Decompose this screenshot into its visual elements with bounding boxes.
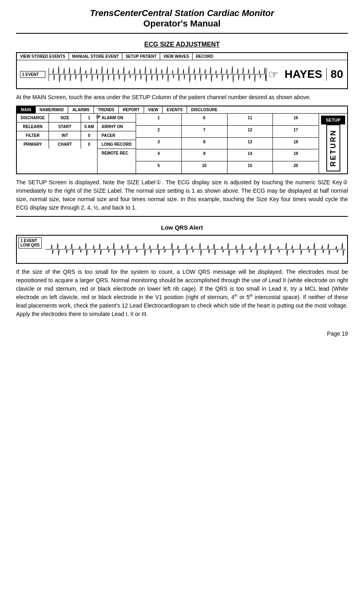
num-6[interactable]: 6 bbox=[182, 114, 228, 126]
num-12[interactable]: 12 bbox=[228, 126, 273, 138]
num-11[interactable]: 11 bbox=[228, 114, 273, 126]
middle-divider bbox=[16, 216, 348, 217]
num-3[interactable]: 3 bbox=[136, 138, 182, 150]
setup-screen-widget: MAIN NAME/RM/ID ALARMS TRENDS REPORT VIE… bbox=[16, 106, 348, 174]
num-16[interactable]: 16 bbox=[273, 114, 319, 126]
hand-pointer-icon: ☞ bbox=[266, 68, 281, 81]
num-1[interactable]: 1 bbox=[136, 114, 182, 126]
event-box: 1 EVENT bbox=[20, 71, 45, 78]
subtitle: Operator's Manual bbox=[16, 18, 348, 29]
nav-alarms[interactable]: ALARMS bbox=[68, 106, 94, 113]
setup-patient-btn[interactable]: SETUP PATIENT bbox=[122, 53, 160, 60]
setup-row-primary: PRIMARY CHART 0 bbox=[17, 140, 97, 149]
nav-view[interactable]: VIEW bbox=[144, 106, 163, 113]
size-label[interactable]: SIZE bbox=[49, 114, 81, 122]
nav-trends[interactable]: TRENDS bbox=[94, 106, 119, 113]
number-grid: 1 6 11 16 2 7 12 17 3 8 13 18 4 9 14 19 … bbox=[136, 114, 319, 173]
start-value[interactable]: 0 AM bbox=[81, 122, 97, 131]
pacer-btn[interactable]: PACER bbox=[98, 131, 136, 140]
primary-label[interactable]: PRIMARY bbox=[17, 140, 49, 149]
return-button[interactable]: RETURN bbox=[326, 124, 340, 171]
num-17[interactable]: 17 bbox=[273, 126, 319, 138]
page-title: TrensCenterCentral Station Cardiac Monit… bbox=[16, 8, 348, 29]
description2: The SETUP Screen is displayed. Note the … bbox=[16, 178, 348, 212]
discharge-label[interactable]: DISCHARGE bbox=[17, 114, 49, 122]
monitor-ecg-area bbox=[49, 60, 266, 88]
num-8[interactable]: 8 bbox=[182, 138, 228, 150]
ecg-size-title: ECG SIZE ADJUSTMENT bbox=[16, 41, 348, 48]
num-2[interactable]: 2 bbox=[136, 126, 182, 138]
arrhy-on-btn[interactable]: ARRHÝ ON bbox=[98, 122, 136, 131]
main-monitor-widget: VIEW STORED EVENTS MANUAL STORE EVENT SE… bbox=[16, 52, 348, 89]
monitor-patient-section: ☞ HAYES bbox=[266, 68, 326, 81]
num-10[interactable]: 10 bbox=[182, 161, 228, 173]
num-7[interactable]: 7 bbox=[182, 126, 228, 138]
nav-disclosure[interactable]: DISCLOSURE bbox=[187, 106, 222, 113]
page-footer: Page 19 bbox=[16, 330, 348, 337]
chart-label[interactable]: CHART bbox=[49, 140, 81, 149]
nav-report[interactable]: REPORT bbox=[119, 106, 144, 113]
ecg-waveform-svg bbox=[49, 60, 266, 88]
alarm-on-btn[interactable]: ALARM ON bbox=[98, 114, 136, 122]
monitor-body: 1 EVENT ☞ HAYES 80 bbox=[17, 60, 347, 88]
low-qrs-status-label: LOW QRS bbox=[20, 243, 40, 247]
num-19[interactable]: 19 bbox=[273, 149, 319, 161]
setup-right-col: SETUP RETURN bbox=[319, 114, 347, 173]
setup-left-col: DISCHARGE SIZE 1 ☞ RELEARN START 0 AM FI… bbox=[17, 114, 98, 173]
int-label[interactable]: INT bbox=[49, 131, 81, 140]
setup-center-col: ALARM ON ARRHÝ ON PACER LONG RECORD REMO… bbox=[98, 114, 136, 173]
low-qrs-label-box: 1 EVENT LOW QRS bbox=[18, 237, 42, 249]
filter-label[interactable]: FILTER bbox=[17, 131, 49, 140]
view-waves-btn[interactable]: VIEW WAVES bbox=[160, 53, 193, 60]
num-9[interactable]: 9 bbox=[182, 149, 228, 161]
setup-row-discharge: DISCHARGE SIZE 1 ☞ bbox=[17, 114, 97, 122]
view-stored-events-btn[interactable]: VIEW STORED EVENTS bbox=[17, 53, 69, 60]
manual-store-event-btn[interactable]: MANUAL STORE EVENT bbox=[69, 53, 122, 60]
monitor-event-section: 1 EVENT bbox=[17, 68, 49, 81]
low-qrs-title: Low QRS Alert bbox=[16, 224, 348, 231]
patient-name: HAYES bbox=[281, 68, 326, 81]
remote-rec-btn[interactable]: REMOTE REC bbox=[98, 149, 136, 157]
chart-value[interactable]: 0 bbox=[81, 140, 97, 149]
setup-row-filter: FILTER INT 0 bbox=[17, 131, 97, 140]
description1: At the MAIN Screen, touch the area under… bbox=[16, 93, 348, 102]
low-qrs-event-label: 1 EVENT bbox=[20, 238, 40, 243]
setup-button[interactable]: SETUP bbox=[321, 116, 345, 124]
low-qrs-ecg-area bbox=[45, 237, 346, 261]
nav-main[interactable]: MAIN bbox=[17, 106, 36, 113]
top-divider bbox=[16, 33, 348, 34]
setup-row-relearn: RELEARN START 0 AM bbox=[17, 122, 97, 131]
nav-name-rm-id[interactable]: NAME/RM/ID bbox=[36, 106, 69, 113]
heart-rate-display: 80 bbox=[326, 68, 347, 81]
brand-rest: Central Station Cardiac Monitor bbox=[142, 8, 274, 18]
start-label[interactable]: START bbox=[49, 122, 81, 131]
nav-events[interactable]: EVENTS bbox=[163, 106, 187, 113]
relearn-label[interactable]: RELEARN bbox=[17, 122, 49, 131]
low-qrs-ecg-waveform bbox=[45, 237, 346, 261]
low-qrs-description: If the size of the QRS is too small for … bbox=[16, 268, 348, 318]
num-15[interactable]: 15 bbox=[228, 161, 273, 173]
hand-size-icon: ☞ bbox=[96, 114, 101, 120]
num-4[interactable]: 4 bbox=[136, 149, 182, 161]
brand-title: TrensCenterCentral Station Cardiac Monit… bbox=[16, 8, 348, 18]
record-btn[interactable]: RECORD bbox=[193, 53, 216, 60]
monitor-top-bar: VIEW STORED EVENTS MANUAL STORE EVENT SE… bbox=[17, 53, 347, 60]
num-14[interactable]: 14 bbox=[228, 149, 273, 161]
low-qrs-widget: 1 EVENT LOW QRS bbox=[16, 235, 348, 264]
size-value[interactable]: 1 ☞ bbox=[81, 114, 97, 122]
long-record-btn[interactable]: LONG RECORD bbox=[98, 140, 136, 149]
num-18[interactable]: 18 bbox=[273, 138, 319, 150]
brand-italic: TrensCenter bbox=[90, 8, 142, 18]
num-13[interactable]: 13 bbox=[228, 138, 273, 150]
num-20[interactable]: 20 bbox=[273, 161, 319, 173]
int-value[interactable]: 0 bbox=[81, 131, 97, 140]
setup-body: DISCHARGE SIZE 1 ☞ RELEARN START 0 AM FI… bbox=[17, 114, 347, 173]
num-5[interactable]: 5 bbox=[136, 161, 182, 173]
setup-nav-bar: MAIN NAME/RM/ID ALARMS TRENDS REPORT VIE… bbox=[17, 106, 347, 114]
